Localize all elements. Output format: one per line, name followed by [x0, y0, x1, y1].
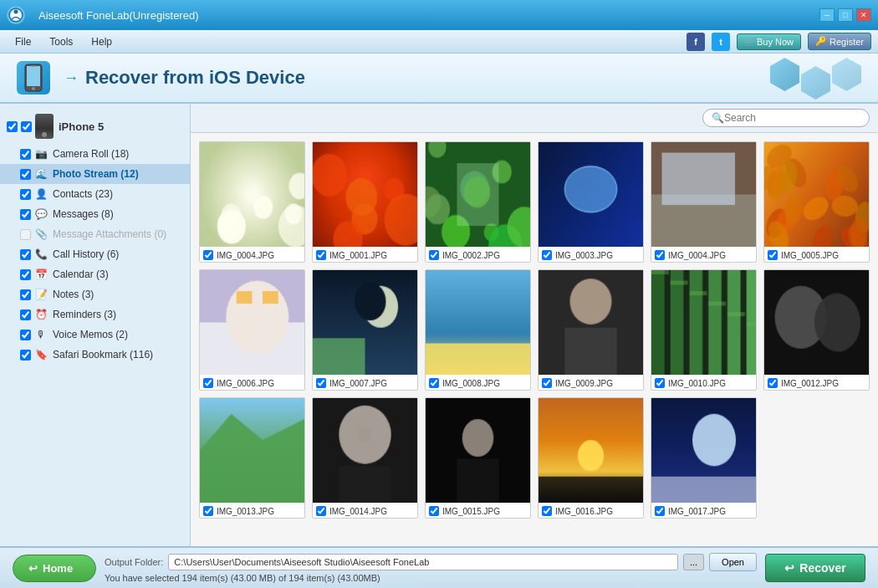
photo-check-9[interactable] — [542, 378, 552, 388]
sidebar-check-8[interactable] — [20, 309, 31, 320]
photo-check-15[interactable] — [542, 506, 552, 516]
photo-check-7[interactable] — [316, 378, 326, 388]
photo-item-16[interactable]: IMG_0017.JPG — [651, 397, 757, 519]
photo-thumb-2 — [426, 142, 530, 247]
menu-file[interactable]: File — [7, 33, 39, 51]
photo-item-9[interactable]: IMG_0009.JPG — [538, 269, 644, 391]
minimize-button[interactable]: ─ — [819, 8, 835, 22]
buy-now-button[interactable]: Buy Now — [737, 33, 801, 50]
sidebar-item-7[interactable]: 📝 Notes (3) — [0, 284, 190, 304]
sidebar-check-10[interactable] — [20, 350, 31, 360]
browse-button[interactable]: ... — [683, 554, 704, 570]
photo-item-3[interactable]: IMG_0003.JPG — [538, 141, 644, 263]
photo-info-12: IMG_0013.JPG — [200, 503, 304, 518]
photo-check-16[interactable] — [655, 506, 665, 516]
photo-thumb-4 — [651, 142, 756, 247]
sidebar-item-3[interactable]: 💬 Messages (8) — [0, 204, 190, 224]
sidebar-check-3[interactable] — [20, 209, 31, 220]
photo-item-12[interactable]: IMG_0013.JPG — [199, 397, 305, 519]
photo-thumb-11 — [764, 270, 869, 375]
output-path-input[interactable] — [168, 554, 678, 570]
photo-name-16: IMG_0017.JPG — [668, 507, 726, 516]
facebook-button[interactable]: f — [687, 33, 705, 51]
menu-tools[interactable]: Tools — [41, 33, 81, 51]
device-name: iPhone 5 — [59, 120, 104, 133]
photo-item-6[interactable]: IMG_0006.JPG — [199, 269, 305, 391]
register-button[interactable]: 🔑 Register — [808, 33, 871, 50]
photo-info-13: IMG_0014.JPG — [313, 503, 417, 518]
status-text: You have selected 194 item(s) (43.00 MB)… — [105, 573, 380, 583]
photo-check-11[interactable] — [768, 378, 778, 388]
device-checkbox-2[interactable] — [21, 121, 32, 132]
sidebar-item-5[interactable]: 📞 Call History (6) — [0, 244, 190, 264]
sidebar-item-10[interactable]: 🔖 Safari Bookmark (116) — [0, 345, 190, 365]
photo-item-2[interactable]: IMG_0002.JPG — [425, 141, 531, 263]
window-controls: ─ □ ✕ — [819, 8, 871, 22]
sidebar-item-6[interactable]: 📅 Calendar (3) — [0, 264, 190, 284]
photo-check-5[interactable] — [768, 250, 778, 260]
open-button[interactable]: Open — [709, 553, 757, 571]
photo-check-10[interactable] — [655, 378, 665, 388]
photo-item-8[interactable]: IMG_0008.JPG — [425, 269, 531, 391]
maximize-button[interactable]: □ — [838, 8, 853, 22]
sidebar-icon-10: 🔖 — [34, 348, 48, 361]
sidebar-item-8[interactable]: ⏰ Reminders (3) — [0, 304, 190, 325]
twitter-button[interactable]: t — [712, 33, 730, 51]
output-section: Output Folder: ... Open You have selecte… — [105, 553, 757, 583]
menu-help[interactable]: Help — [83, 33, 120, 51]
photo-item-10[interactable]: IMG_0010.JPG — [651, 269, 757, 391]
sidebar-check-4[interactable] — [20, 229, 31, 240]
sidebar-item-4[interactable]: 📎 Message Attachments (0) — [0, 224, 190, 244]
photo-check-8[interactable] — [429, 378, 439, 388]
photo-grid: IMG_0004.JPG IMG_0001.JPG IMG_0002.JPG I… — [191, 133, 878, 546]
sidebar-label-1: Photo Stream (12) — [53, 168, 139, 180]
close-button[interactable]: ✕ — [856, 8, 871, 22]
photo-check-14[interactable] — [429, 506, 439, 516]
sidebar-item-9[interactable]: 🎙 Voice Memos (2) — [0, 325, 190, 345]
photo-name-14: IMG_0015.JPG — [442, 507, 500, 516]
photo-info-14: IMG_0015.JPG — [426, 503, 530, 518]
content-area: 🔍 IMG_0004.JPG IMG_0001.JPG IMG_0002.JPG… — [191, 104, 878, 546]
sidebar-item-0[interactable]: 📷 Camera Roll (18) — [0, 144, 190, 164]
photo-check-1[interactable] — [316, 250, 326, 260]
sidebar-check-9[interactable] — [20, 330, 31, 340]
photo-name-7: IMG_0007.JPG — [329, 379, 387, 388]
photo-name-15: IMG_0016.JPG — [555, 507, 613, 516]
home-button[interactable]: ↩ Home — [13, 555, 96, 582]
search-input[interactable] — [724, 112, 860, 124]
photo-item-1[interactable]: IMG_0001.JPG — [312, 141, 418, 263]
photo-canvas-12 — [200, 398, 304, 503]
photo-check-2[interactable] — [429, 250, 439, 260]
photo-check-12[interactable] — [203, 506, 213, 516]
content-toolbar: 🔍 — [191, 104, 878, 133]
search-box: 🔍 — [702, 109, 870, 127]
photo-check-6[interactable] — [203, 378, 213, 388]
device-header: iPhone 5 — [0, 109, 190, 144]
sidebar-check-6[interactable] — [20, 269, 31, 280]
photo-check-0[interactable] — [203, 250, 213, 260]
photo-item-5[interactable]: IMG_0005.JPG — [763, 141, 870, 263]
photo-item-13[interactable]: IMG_0014.JPG — [312, 397, 418, 519]
sidebar-check-5[interactable] — [20, 249, 31, 260]
sidebar-item-2[interactable]: 👤 Contacts (23) — [0, 184, 190, 204]
sidebar-item-1[interactable]: 🌊 Photo Stream (12) — [0, 164, 190, 184]
sidebar-check-0[interactable] — [20, 149, 31, 160]
photo-check-3[interactable] — [542, 250, 552, 260]
photo-check-13[interactable] — [316, 506, 326, 516]
device-checkbox[interactable] — [7, 121, 18, 132]
sidebar-check-1[interactable] — [20, 169, 31, 180]
photo-item-0[interactable]: IMG_0004.JPG — [199, 141, 305, 263]
sidebar-check-7[interactable] — [20, 289, 31, 300]
photo-item-7[interactable]: IMG_0007.JPG — [312, 269, 418, 391]
cart-icon — [744, 37, 754, 47]
photo-item-14[interactable]: IMG_0015.JPG — [425, 397, 531, 519]
sidebar-check-2[interactable] — [20, 189, 31, 200]
photo-canvas-10 — [651, 270, 756, 375]
sidebar-label-8: Reminders (3) — [53, 309, 116, 320]
photo-item-4[interactable]: IMG_0004.JPG — [651, 141, 757, 263]
recover-button[interactable]: ↩ Recover — [765, 554, 865, 582]
photo-item-11[interactable]: IMG_0012.JPG — [763, 269, 870, 391]
menubar: File Tools Help f t Buy Now 🔑 Register — [0, 30, 878, 54]
photo-item-15[interactable]: IMG_0016.JPG — [538, 397, 644, 519]
photo-check-4[interactable] — [655, 250, 665, 260]
